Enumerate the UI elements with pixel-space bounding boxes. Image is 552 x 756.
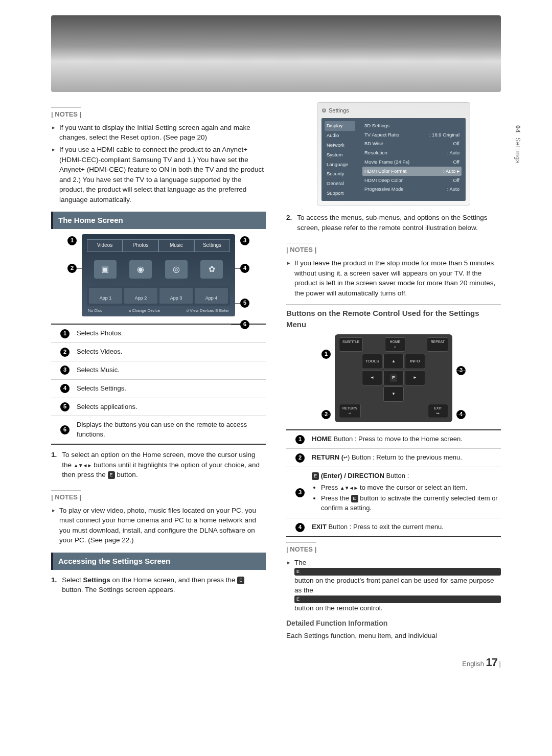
enter-icon: E: [108, 471, 115, 479]
setting-row: Resolution: Auto: [362, 148, 462, 157]
home-tab-photos[interactable]: Photos: [123, 239, 158, 251]
legend-index: 2: [295, 453, 305, 463]
exit-button[interactable]: EXIT↦: [428, 404, 448, 418]
info-button[interactable]: INFO: [405, 354, 425, 369]
status-change-device: a Change Device: [129, 308, 160, 314]
callout-5: 5: [240, 299, 249, 308]
subtitle-button[interactable]: SUBTITLE: [339, 337, 363, 352]
enter-icon: E: [294, 595, 501, 603]
lbl: EXIT: [434, 406, 442, 410]
menu-item-system[interactable]: System: [325, 150, 355, 159]
lbl: RETURN: [342, 406, 357, 410]
setting-val: : Off: [450, 177, 459, 184]
home-app[interactable]: App 2: [124, 288, 157, 304]
b: RETURN (: [312, 453, 343, 461]
home-app[interactable]: App 1: [89, 288, 122, 304]
menu-item-language[interactable]: Language: [325, 159, 355, 169]
note-text: If you use a HDMI cable to connect the p…: [59, 145, 266, 204]
home-screen-illustration: 1 2 3 4 5 6 Videos Photos Music Settings…: [82, 234, 235, 316]
lbl: HOME: [389, 340, 400, 343]
videos-icon[interactable]: ▣: [94, 260, 117, 279]
note-text: If you want to display the Initial Setti…: [59, 123, 266, 143]
tools-button[interactable]: TOOLS: [362, 354, 382, 369]
setting-key[interactable]: Progressive Mode: [364, 186, 404, 193]
enter-icon: E: [312, 472, 319, 480]
callout-3: 3: [456, 366, 466, 375]
callout-4: 4: [456, 410, 466, 419]
menu-item-audio[interactable]: Audio: [325, 131, 355, 141]
step-number: 1.: [51, 575, 57, 595]
legend-text: HOME Button : Press to move to the Home …: [312, 434, 499, 444]
home-tab-videos[interactable]: Videos: [87, 239, 123, 251]
menu-item-general[interactable]: General: [325, 179, 355, 189]
home-app[interactable]: App 3: [159, 288, 193, 304]
setting-key[interactable]: 3D Settings: [364, 122, 389, 129]
setting-row: Movie Frame (24 Fs): Off: [362, 157, 462, 167]
callout-4: 4: [240, 264, 249, 273]
menu-item-support[interactable]: Support: [325, 188, 355, 198]
up-button[interactable]: ▲: [383, 354, 404, 369]
t1: Select: [62, 576, 83, 584]
setting-key[interactable]: Movie Frame (24 Fs): [364, 158, 409, 166]
right-button[interactable]: ►: [405, 370, 425, 385]
step-number: 1.: [51, 450, 57, 480]
home-tab-settings[interactable]: Settings: [194, 239, 230, 251]
callout-6: 6: [240, 320, 249, 329]
settings-title: Settings: [329, 107, 349, 115]
setting-row: 3D Settings: [362, 121, 462, 130]
home-button[interactable]: HOME⌂: [385, 337, 405, 352]
return-button[interactable]: RETURN↪: [339, 404, 361, 418]
setting-key[interactable]: Resolution: [364, 149, 387, 156]
note-text: If you leave the product in the stop mod…: [294, 258, 501, 298]
page-footer: English 17 |: [51, 656, 501, 669]
music-icon[interactable]: ◎: [165, 260, 188, 279]
repeat-button[interactable]: REPEAT: [427, 337, 448, 352]
p: ) Button : Return to the previous menu.: [348, 453, 462, 461]
legend-index: 3: [60, 365, 70, 375]
down-button[interactable]: ▼: [383, 386, 404, 402]
legend-text: Selects Music.: [77, 365, 264, 375]
setting-key[interactable]: BD Wise: [364, 140, 383, 147]
step-number: 2.: [286, 213, 292, 233]
settings-screen-illustration: ⚙Settings Display Audio Network System L…: [317, 102, 470, 205]
setting-key[interactable]: HDMI Deep Color: [364, 177, 403, 184]
home-legend-table: 1Selects Photos. 2Selects Videos. 3Selec…: [51, 324, 266, 445]
photos-icon[interactable]: ◉: [129, 260, 152, 279]
arrow-glyphs: ▲▼◄►: [74, 463, 92, 468]
t: to move the cursor or select an item.: [358, 484, 467, 491]
v: : Auto: [443, 168, 455, 174]
home-step-1: 1. To select an option on the Home scree…: [51, 450, 266, 480]
left-button[interactable]: ◄: [362, 370, 382, 385]
legend-index: 4: [295, 523, 305, 532]
step-text-b: buttons until it highlights the option o…: [62, 461, 260, 479]
detail-heading: Detailed Function Information: [286, 618, 501, 628]
menu-item-network[interactable]: Network: [325, 140, 355, 150]
t-bold: Settings: [83, 576, 110, 584]
t: Press the: [321, 494, 351, 502]
legend-index: 1: [60, 329, 70, 338]
page-number: 17: [486, 656, 497, 669]
notes-list: If you want to display the Initial Setti…: [52, 123, 266, 205]
bar: |: [499, 660, 501, 668]
enter-icon: E: [351, 495, 358, 502]
setting-key[interactable]: HDMI Color Format: [364, 168, 406, 175]
legend-index: 4: [60, 384, 70, 393]
notes-heading: | NOTES |: [286, 243, 316, 255]
menu-item-display[interactable]: Display: [325, 121, 355, 131]
lang: English: [462, 660, 484, 668]
lbl: TOOLS: [365, 358, 379, 364]
enter-icon: E: [294, 568, 501, 576]
enter-icon: E: [237, 577, 244, 584]
bd: Button : Press to move to the Home scree…: [332, 435, 463, 443]
side-tab: 04 Settings: [514, 125, 521, 164]
legend-index: 5: [60, 402, 70, 411]
setting-row: Progressive Mode: Auto: [362, 185, 462, 194]
setting-val: : Off: [450, 158, 459, 166]
home-app[interactable]: App 4: [195, 288, 228, 304]
legend-index: 3: [295, 488, 305, 497]
setting-key[interactable]: TV Aspect Ratio: [364, 131, 399, 139]
settings-icon[interactable]: ✿: [200, 260, 223, 279]
home-tab-music[interactable]: Music: [158, 239, 194, 251]
enter-button[interactable]: E: [383, 370, 404, 385]
menu-item-security[interactable]: Security: [325, 169, 355, 179]
